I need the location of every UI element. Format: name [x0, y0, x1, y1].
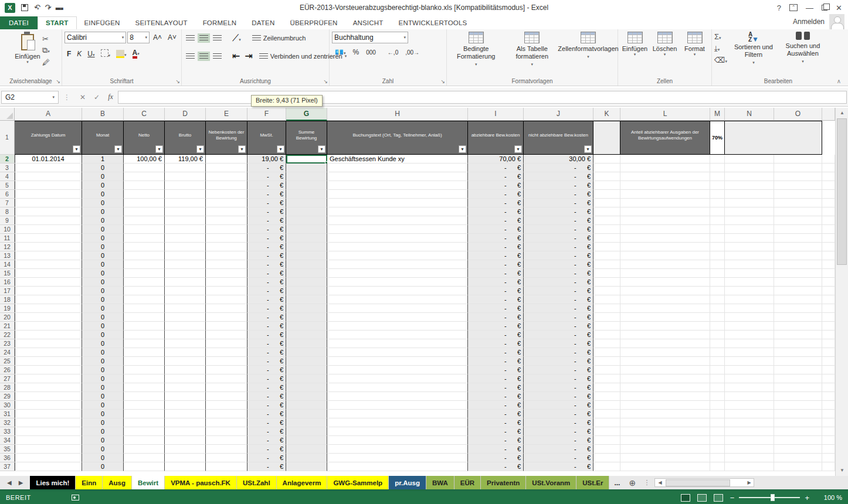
align-right-icon[interactable]: [211, 50, 223, 63]
cell-E29[interactable]: [206, 392, 247, 401]
cell-G24[interactable]: [286, 348, 327, 357]
filter-dropdown-icon-C[interactable]: ▼: [155, 145, 163, 153]
undo-icon[interactable]: ↶▾: [34, 4, 39, 12]
header-cell-B[interactable]: Monat▼: [82, 121, 124, 155]
cell-L29[interactable]: [620, 392, 710, 401]
column-header-G[interactable]: G: [286, 108, 327, 121]
cell-B19[interactable]: 0: [82, 304, 124, 313]
cell-F28[interactable]: - €: [247, 383, 286, 392]
cell-F24[interactable]: - €: [247, 348, 286, 357]
insert-cells-button[interactable]: Einfügen ▾: [620, 32, 649, 57]
cell-C19[interactable]: [124, 304, 165, 313]
row-header-20[interactable]: 20: [0, 313, 15, 322]
insert-function-icon[interactable]: fx: [108, 93, 113, 101]
cell-G16[interactable]: [286, 278, 327, 287]
cell-O3[interactable]: [774, 164, 822, 172]
cell-H22[interactable]: [327, 331, 468, 339]
cell-J34[interactable]: - €: [524, 436, 593, 445]
cell-G19[interactable]: [286, 304, 327, 313]
row-header-37[interactable]: 37: [0, 462, 15, 471]
cell-A13[interactable]: [15, 251, 82, 260]
cell-A28[interactable]: [15, 383, 82, 392]
column-header-N[interactable]: N: [725, 108, 774, 121]
cell-C18[interactable]: [124, 295, 165, 304]
cell-L17[interactable]: [620, 287, 710, 295]
increase-decimal-icon[interactable]: ←,0: [385, 49, 401, 56]
cell-B2[interactable]: 1: [82, 155, 124, 164]
cell-N27[interactable]: [725, 374, 774, 383]
row-header-28[interactable]: 28: [0, 383, 15, 392]
cell-G11[interactable]: [286, 234, 327, 243]
cell-M37[interactable]: [710, 462, 725, 471]
cell-D8[interactable]: [165, 207, 206, 216]
zoom-level[interactable]: 100 %: [816, 494, 842, 501]
cell-A2[interactable]: 01.01.2014: [15, 155, 82, 164]
increase-indent-icon[interactable]: ⇥: [243, 49, 254, 63]
cell-O17[interactable]: [774, 287, 822, 295]
filter-dropdown-icon-G[interactable]: ▼: [318, 145, 325, 153]
find-select-button[interactable]: Suchen und Auswählen ▾: [780, 32, 826, 65]
cell-H19[interactable]: [327, 304, 468, 313]
cell-J30[interactable]: - €: [524, 401, 593, 410]
cell-L35[interactable]: [620, 445, 710, 454]
cell-L31[interactable]: [620, 410, 710, 418]
cell-G28[interactable]: [286, 383, 327, 392]
cell-O30[interactable]: [774, 401, 822, 410]
cell-H21[interactable]: [327, 322, 468, 331]
cell-B34[interactable]: 0: [82, 436, 124, 445]
cell-N34[interactable]: [725, 436, 774, 445]
cell-B10[interactable]: 0: [82, 225, 124, 234]
sheet-tab-pr-ausg[interactable]: pr.Ausg: [389, 476, 426, 489]
row-header-34[interactable]: 34: [0, 436, 15, 445]
cell-D37[interactable]: [165, 462, 206, 471]
row-header-23[interactable]: 23: [0, 339, 15, 348]
align-bottom-icon[interactable]: [211, 32, 223, 45]
cell-I10[interactable]: - €: [468, 225, 524, 234]
cell-I18[interactable]: - €: [468, 295, 524, 304]
cell-E36[interactable]: [206, 454, 247, 462]
cell-N14[interactable]: [725, 260, 774, 269]
cell-M7[interactable]: [710, 199, 725, 207]
cell-O25[interactable]: [774, 357, 822, 366]
cell-F31[interactable]: - €: [247, 410, 286, 418]
cell-F12[interactable]: - €: [247, 243, 286, 251]
cell-J31[interactable]: - €: [524, 410, 593, 418]
macro-record-icon[interactable]: [72, 495, 79, 500]
cancel-entry-icon[interactable]: ✕: [80, 93, 86, 101]
cell-M17[interactable]: [710, 287, 725, 295]
row-header-11[interactable]: 11: [0, 234, 15, 243]
horizontal-scrollbar[interactable]: ◀▶: [654, 478, 754, 487]
cell-J17[interactable]: - €: [524, 287, 593, 295]
cell-H14[interactable]: [327, 260, 468, 269]
cell-E31[interactable]: [206, 410, 247, 418]
cell-K7[interactable]: [593, 199, 620, 207]
cell-E20[interactable]: [206, 313, 247, 322]
header-cell-K[interactable]: [593, 121, 620, 155]
cell-C14[interactable]: [124, 260, 165, 269]
cell-D24[interactable]: [165, 348, 206, 357]
cell-H8[interactable]: [327, 207, 468, 216]
cell-G36[interactable]: [286, 454, 327, 462]
cell-N9[interactable]: [725, 216, 774, 225]
cell-B30[interactable]: 0: [82, 401, 124, 410]
cell-M27[interactable]: [710, 374, 725, 383]
cell-M15[interactable]: [710, 269, 725, 278]
cell-O18[interactable]: [774, 295, 822, 304]
cell-D21[interactable]: [165, 322, 206, 331]
cell-F18[interactable]: - €: [247, 295, 286, 304]
ribbon-tab-entwicklertools[interactable]: ENTWICKLERTOOLS: [391, 17, 475, 29]
cell-A27[interactable]: [15, 374, 82, 383]
percent-style-button[interactable]: %: [350, 48, 362, 56]
cell-F32[interactable]: - €: [247, 418, 286, 427]
cell-K26[interactable]: [593, 366, 620, 374]
cell-B9[interactable]: 0: [82, 216, 124, 225]
cell-A4[interactable]: [15, 172, 82, 181]
cell-N13[interactable]: [725, 251, 774, 260]
row-header-29[interactable]: 29: [0, 392, 15, 401]
cell-H12[interactable]: [327, 243, 468, 251]
cell-I6[interactable]: - €: [468, 190, 524, 199]
cell-B22[interactable]: 0: [82, 331, 124, 339]
cell-H2[interactable]: Geschäftsessen Kunde xy: [327, 155, 468, 164]
bold-button[interactable]: F: [65, 49, 73, 59]
cell-E16[interactable]: [206, 278, 247, 287]
